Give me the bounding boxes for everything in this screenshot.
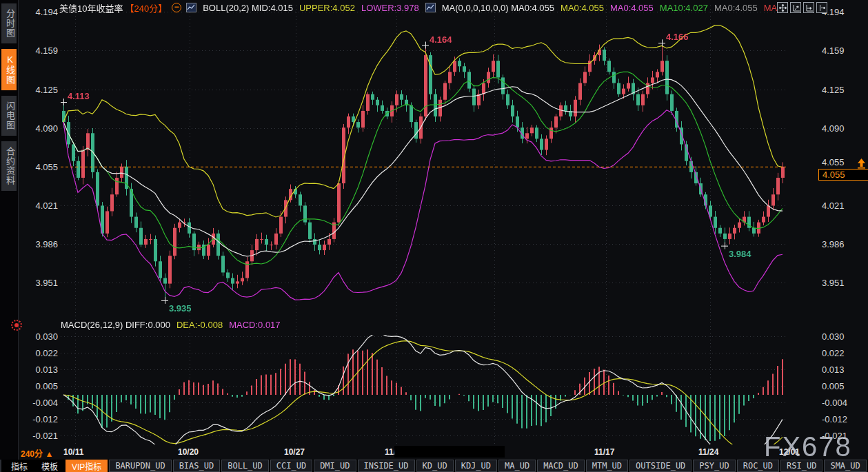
indicator-value-5: MA0:4.055 <box>561 3 604 13</box>
x-axis-date: 11/24 <box>698 447 718 457</box>
tab-sma-ud[interactable]: SMA_UD <box>824 460 866 472</box>
tab-bar-corner[interactable] <box>0 460 1 472</box>
trading-app-window: 分时图K线图闪电图合约资料 美债10年收益率 【240分】 − BOLL(20,… <box>0 0 868 472</box>
indicator-value-3: LOWER:3.978 <box>361 3 419 13</box>
latest-price-arrow-icon[interactable] <box>856 158 867 172</box>
tab-roc-ud[interactable]: ROC_UD <box>737 460 779 472</box>
sidebar-item-2[interactable]: K线图 <box>1 49 17 90</box>
chart-toolbar <box>777 2 827 13</box>
macd-y-axis-label: -0.021 <box>21 431 58 441</box>
watermark: FX678 <box>764 431 852 462</box>
indicator-values: BOLL(20,2) MID:4.015UPPER:4.052LOWER:3.9… <box>186 3 785 13</box>
macd-y-axis-label: 0.022 <box>21 348 58 358</box>
y-axis-label: 4.055 <box>21 162 58 172</box>
tab-kd-ud[interactable]: KD_UD <box>416 460 454 472</box>
tab-mtm-ud[interactable]: MTM_UD <box>586 460 628 472</box>
y-axis-label: 3.951 <box>21 278 58 288</box>
y-axis-label-right: 4.021 <box>822 201 863 211</box>
tab-inside-ud[interactable]: INSIDE_UD <box>358 460 415 472</box>
macd-y-axis-label: 0.005 <box>21 381 58 391</box>
y-axis-label: 4.021 <box>21 201 58 211</box>
y-axis-label: 4.090 <box>21 123 58 134</box>
tab-barupdn-ud[interactable]: BARUPDN_UD <box>109 460 171 472</box>
macd-value-3: MACD:0.017 <box>229 320 280 330</box>
collapse-icon[interactable]: − <box>172 3 181 12</box>
macd-y-axis-label: 0.013 <box>21 365 58 375</box>
chart-header: 美债10年收益率 【240分】 − BOLL(20,2) MID:4.015UP… <box>59 2 785 13</box>
tab-psy-ud[interactable]: PSY_UD <box>693 460 735 472</box>
indicator-value-2: UPPER:4.052 <box>299 3 355 13</box>
zoom-x-axis-icon[interactable] <box>803 2 814 13</box>
tab-outside-ud[interactable]: OUTSIDE_UD <box>629 460 692 472</box>
tab-rsi-ud[interactable]: RSI_UD <box>780 460 822 472</box>
indicator-value-4: MA(0,0,0,10,0,0) MA0:4.055 <box>442 3 554 13</box>
candlestick-chart[interactable] <box>61 0 791 445</box>
y-axis-label-right: 3.951 <box>822 278 863 288</box>
macd-y-axis-label-right: -0.004 <box>822 398 863 408</box>
tab-dmi-ud[interactable]: DMI_UD <box>314 460 356 472</box>
timeframe-label[interactable]: 240分 ▲ <box>21 447 53 459</box>
y-axis-label: 4.125 <box>21 85 58 95</box>
y-axis-label: 4.159 <box>21 45 58 56</box>
tab--[interactable]: 指标 <box>5 460 34 472</box>
live-indicator-icon <box>11 320 22 331</box>
x-axis-date: 11/17 <box>594 447 614 457</box>
macd-value-2: DEA:-0.008 <box>176 320 223 330</box>
redaction-box <box>394 446 505 458</box>
macd-value-1: MACD(26,12,9) DIFF:0.000 <box>61 320 170 330</box>
indicator-icon <box>425 3 436 12</box>
macd-y-axis-label-right: 0.022 <box>822 348 863 358</box>
macd-y-axis-label-right: 0.013 <box>822 365 863 375</box>
tab-bias-ud[interactable]: BIAS_UD <box>173 460 221 472</box>
tab-kdj-ud[interactable]: KDJ_UD <box>455 460 497 472</box>
tab-vip-[interactable]: VIP指标 <box>65 460 108 472</box>
macd-y-axis-label-right: -0.012 <box>822 414 863 424</box>
indicator-value-6: MA0:4.055 <box>610 3 654 13</box>
tab--[interactable]: 模板 <box>35 460 64 472</box>
tab-boll-ud[interactable]: BOLL_UD <box>221 460 269 472</box>
x-axis-date: 10/20 <box>178 447 199 457</box>
triangle-up-icon: ▲ <box>45 449 53 459</box>
period-tag: 【240分】 <box>125 1 167 14</box>
macd-y-axis-label: -0.004 <box>21 398 58 408</box>
tab-cci-ud[interactable]: CCI_UD <box>270 460 312 472</box>
x-axis-date: 10/11 <box>63 447 83 457</box>
sidebar-item-4[interactable]: 合约资料 <box>1 141 17 191</box>
macd-y-axis-label: 0.030 <box>21 331 58 342</box>
y-axis-label-right: 4.194 <box>822 7 863 17</box>
sidebar: 分时图K线图闪电图合约资料 <box>0 0 19 460</box>
pan-tool-icon[interactable] <box>777 2 788 13</box>
y-axis-label: 4.194 <box>21 7 58 17</box>
y-axis-label-right: 4.159 <box>822 45 863 56</box>
indicator-value-8: MA0:4.055 <box>714 3 758 13</box>
pane-expand-icon[interactable] <box>816 2 827 13</box>
indicator-icon <box>186 3 196 12</box>
tab-ma-ud[interactable]: MA_UD <box>498 460 536 472</box>
macd-y-axis-label: -0.012 <box>21 414 58 424</box>
tab-macd-ud[interactable]: MACD_UD <box>537 460 585 472</box>
indicator-value-1: BOLL(20,2) MID:4.015 <box>203 3 293 13</box>
y-axis-label-right: 3.986 <box>822 239 863 249</box>
macd-header: MACD(26,12,9) DIFF:0.000DEA:-0.008MACD:0… <box>61 320 281 330</box>
sidebar-item-1[interactable]: 分时图 <box>1 3 17 43</box>
macd-y-axis-label-right: 0.005 <box>822 381 863 391</box>
macd-y-axis-label-right: 0.030 <box>822 331 863 342</box>
y-axis-label: 3.986 <box>21 239 58 249</box>
zoom-y-axis-icon[interactable] <box>790 2 801 13</box>
sidebar-item-3[interactable]: 闪电图 <box>1 96 17 136</box>
symbol-title: 美债10年收益率 <box>59 1 123 14</box>
indicator-value-7: MA10:4.027 <box>660 3 708 13</box>
x-axis-date: 10/27 <box>284 447 305 457</box>
indicator-tab-bar: 指标模板VIP指标BARUPDN_UDBIAS_UDBOLL_UDCCI_UDD… <box>0 460 868 472</box>
y-axis-label-right: 4.125 <box>822 85 863 95</box>
y-axis-label-right: 4.090 <box>822 123 863 134</box>
